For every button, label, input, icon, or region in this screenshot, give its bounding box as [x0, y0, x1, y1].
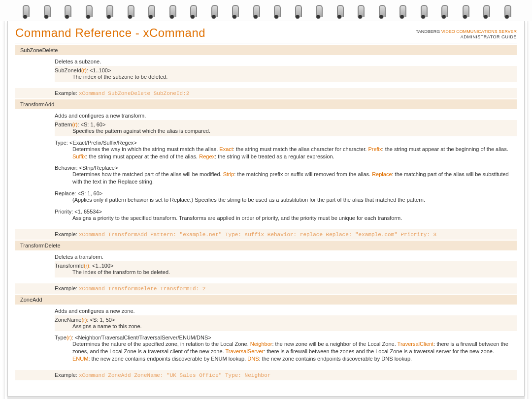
brand-block: TANDBERG VIDEO COMMUNICATIONS SERVER ADM…	[416, 29, 517, 40]
param-transformid: TransformId(r): <1..100> The index of th…	[55, 261, 517, 277]
brand-company: TANDBERG	[416, 29, 440, 34]
param-priority: Priority: <1..65534> Assigns a priority …	[55, 207, 517, 223]
brand-subtitle: ADMINISTRATOR GUIDE	[416, 34, 517, 40]
param-zonetype: Type(r): <Neighbor/TraversalClient/Trave…	[55, 333, 517, 364]
example-row: Example: xCommand TransformAdd Pattern: …	[15, 229, 517, 240]
param-zonename: ZoneName(r): <S: 1, 50> Assigns a name t…	[55, 315, 517, 332]
spiral-binding	[0, 0, 532, 21]
param-subzoneid: SubZoneId(r): <1..100> The index of the …	[55, 66, 517, 82]
nav-tabs: Introduction Getting Started Overview an…	[7, 396, 525, 399]
param-pattern: Pattern(r): <S: 1, 60> Specifies the pat…	[55, 120, 517, 136]
example-row: Example: xCommand ZoneAdd ZoneName: "UK …	[15, 370, 517, 380]
brand-product: VIDEO COMMUNICATIONS SERVER	[441, 29, 517, 34]
cmd-header-transformadd: TransformAdd	[15, 99, 517, 109]
example-code: xCommand SubZoneDelete SubZoneId:2	[79, 91, 189, 96]
cmd-header-transformdelete: TransformDelete	[15, 241, 517, 250]
param-behavior: Behavior: <Strip/Replace> Determines how…	[55, 163, 517, 187]
example-code: xCommand ZoneAdd ZoneName: "UK Sales Off…	[79, 372, 270, 378]
page-title: Command Reference - xCommand	[15, 26, 205, 40]
example-code: xCommand TransformAdd Pattern: "example.…	[79, 232, 436, 238]
example-row: Example: xCommand TransformDelete Transf…	[15, 283, 517, 294]
example-row: Example: xCommand SubZoneDelete SubZoneI…	[15, 88, 517, 98]
cmd-desc: Deletes a subzone.	[55, 57, 517, 66]
param-type: Type: <Exact/Prefix/Suffix/Regex> Determ…	[55, 138, 517, 162]
example-code: xCommand TransformDelete TransformId: 2	[79, 286, 205, 292]
cmd-desc: Adds and configures a new transform.	[55, 111, 517, 120]
cmd-header-zoneadd: ZoneAdd	[15, 295, 517, 305]
param-replace: Replace: <S: 1, 60> (Applies only if pat…	[55, 189, 517, 205]
page-content: Command Reference - xCommand TANDBERG VI…	[7, 21, 525, 396]
cmd-header-subzonedelete: SubZoneDelete	[15, 45, 517, 55]
